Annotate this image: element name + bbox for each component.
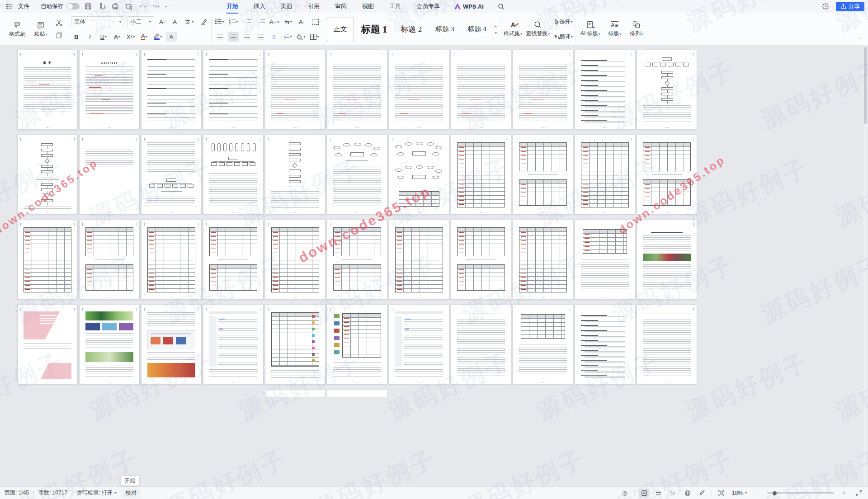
page-thumbnail[interactable] xyxy=(327,50,387,129)
shading-icon[interactable]: ▾ xyxy=(296,32,307,42)
page-thumbnail[interactable] xyxy=(389,305,449,384)
page-thumbnail[interactable] xyxy=(389,135,449,214)
bold-button[interactable]: B xyxy=(71,32,82,42)
file-menu-button[interactable]: 文件 xyxy=(18,3,29,10)
style-chip-normal[interactable]: 正文 xyxy=(327,18,354,41)
redo-icon[interactable]: ↷▾ xyxy=(151,2,161,11)
arrange-button[interactable]: 排列▾ xyxy=(626,15,647,43)
page-thumbnail[interactable] xyxy=(451,220,511,299)
numbering-button[interactable]: 123▾ xyxy=(228,17,239,27)
page-view-icon[interactable] xyxy=(639,489,649,498)
tab-insert[interactable]: 插入 xyxy=(253,0,266,12)
format-painter-button[interactable]: 格式刷 xyxy=(6,20,28,39)
page-thumbnail[interactable] xyxy=(265,305,326,384)
tab-reference[interactable]: 引用 xyxy=(307,0,321,12)
paste-button[interactable]: 粘贴▾ xyxy=(30,20,52,39)
page-thumbnail[interactable]: 摘 要 xyxy=(17,50,78,129)
vertical-scrollbar[interactable] xyxy=(863,46,867,485)
page-thumbnail[interactable] xyxy=(79,305,140,384)
distribute-icon[interactable]: ⟨⟩ xyxy=(269,32,279,42)
page-thumbnail[interactable] xyxy=(17,305,78,384)
italic-button[interactable]: I xyxy=(85,32,95,42)
select-button[interactable]: 选择▾ xyxy=(553,17,574,27)
line-spacing-icon[interactable]: ↕▾ xyxy=(282,32,293,42)
zoom-in-button[interactable]: + xyxy=(839,489,849,498)
page-thumbnail[interactable] xyxy=(451,135,511,214)
char-scale-icon[interactable]: A↔▾ xyxy=(269,17,280,27)
justify-icon[interactable] xyxy=(255,32,266,42)
share-button[interactable]: 分享 xyxy=(836,2,864,11)
page-thumbnail[interactable] xyxy=(513,135,573,214)
app-menu-icon[interactable] xyxy=(5,2,14,11)
page-indicator[interactable]: 页面: 1/45 xyxy=(5,489,33,497)
customize-toolbar-icon[interactable]: ▾ xyxy=(165,5,167,9)
print-icon[interactable] xyxy=(110,2,120,11)
find-replace-button[interactable]: 查找替换▾ xyxy=(524,15,552,43)
page-thumbnail[interactable] xyxy=(17,135,78,214)
page-thumbnail[interactable] xyxy=(575,220,635,299)
page-thumbnail[interactable] xyxy=(265,220,326,299)
page-thumbnail-partial[interactable] xyxy=(265,390,326,397)
fit-window-icon[interactable] xyxy=(854,489,863,498)
borders-icon[interactable]: ▾ xyxy=(309,32,320,42)
page-thumbnail[interactable] xyxy=(265,135,326,214)
style-gallery-down-icon[interactable]: ▾ xyxy=(495,31,497,35)
page-thumbnail[interactable] xyxy=(79,220,140,299)
style-chip-heading2[interactable]: 标题 2 xyxy=(394,18,428,41)
web-view-icon[interactable] xyxy=(683,489,693,498)
page-thumbnail[interactable] xyxy=(141,50,202,129)
align-left-icon[interactable] xyxy=(214,32,225,42)
zoom-level[interactable]: 18%▾ xyxy=(731,490,748,496)
spellcheck-status[interactable]: 拼写检查: 打开▾ xyxy=(72,489,121,497)
page-thumbnail[interactable] xyxy=(203,220,264,299)
sort-icon[interactable]: A↓ xyxy=(297,17,307,27)
page-thumbnail[interactable] xyxy=(265,50,326,129)
font-size-select[interactable]: 小二▾ xyxy=(127,16,154,27)
page-thumbnail[interactable] xyxy=(203,50,264,129)
focus-mode-icon[interactable] xyxy=(717,489,726,498)
decrease-font-icon[interactable]: A− xyxy=(170,17,181,27)
page-thumbnail[interactable] xyxy=(203,135,264,214)
superscript-button[interactable]: X²▾ xyxy=(125,32,136,42)
theme-icon[interactable] xyxy=(821,2,830,11)
highlight-button[interactable]: ▾ xyxy=(152,32,163,42)
underline-button[interactable]: U▾ xyxy=(98,32,109,42)
play-view-icon[interactable]: ▷ xyxy=(668,489,678,498)
zoom-slider-thumb[interactable] xyxy=(772,491,777,496)
strikethrough-button[interactable]: A▾ xyxy=(112,32,123,42)
page-thumbnail[interactable] xyxy=(637,50,697,129)
save-icon[interactable] xyxy=(83,2,93,11)
translate-button[interactable]: 翻译▾ xyxy=(553,32,574,42)
ink-pen-icon[interactable] xyxy=(697,489,707,498)
bullets-button[interactable]: ▾ xyxy=(214,17,225,27)
outline-view-icon[interactable] xyxy=(654,489,664,498)
copy-icon[interactable] xyxy=(53,30,64,40)
page-thumbnail[interactable] xyxy=(513,305,573,384)
proof-button[interactable]: 校对 xyxy=(121,489,141,498)
tab-page[interactable]: 页面 xyxy=(280,0,293,12)
autosave-toggle[interactable] xyxy=(67,3,80,9)
style-chip-heading4[interactable]: 标题 4 xyxy=(461,18,492,41)
tab-view[interactable]: 视图 xyxy=(361,0,375,12)
page-thumbnail[interactable] xyxy=(451,305,511,384)
page-thumbnail[interactable] xyxy=(637,305,697,384)
layout-button[interactable]: A≡ 排版▾ xyxy=(604,15,626,43)
print-preview-icon[interactable] xyxy=(124,2,134,11)
page-thumbnail[interactable] xyxy=(389,220,449,299)
page-thumbnail[interactable] xyxy=(327,305,387,384)
clear-format-icon[interactable] xyxy=(198,17,208,27)
page-thumbnail[interactable] xyxy=(141,220,202,299)
page-thumbnail[interactable] xyxy=(513,50,573,129)
text-direction-icon[interactable]: ⇆▾ xyxy=(283,17,294,27)
page-thumbnail[interactable] xyxy=(17,220,78,299)
document-canvas[interactable]: 摘 要Abstract xyxy=(0,45,868,486)
page-thumbnail[interactable]: Abstract xyxy=(79,50,140,129)
word-count[interactable]: 字数: 10717 xyxy=(34,489,72,497)
tab-review[interactable]: 审阅 xyxy=(334,0,348,12)
char-shading-button[interactable]: A xyxy=(166,32,177,42)
font-color-button[interactable]: A▾ xyxy=(139,32,150,42)
tab-tools[interactable]: 工具 xyxy=(388,0,402,12)
page-thumbnail[interactable] xyxy=(389,50,449,129)
page-thumbnail[interactable] xyxy=(575,135,635,214)
pinyin-guide-icon[interactable]: 文ˇ▾ xyxy=(184,17,195,27)
